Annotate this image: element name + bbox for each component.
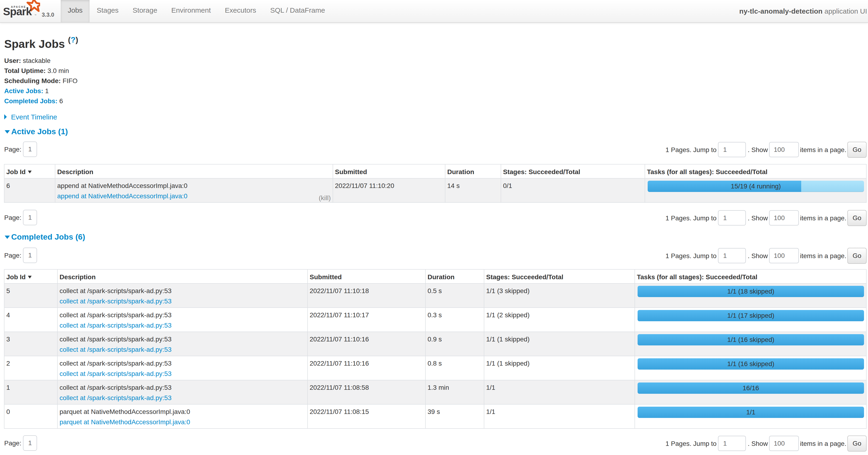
svg-text:Spark: Spark <box>3 5 32 18</box>
svg-text:™: ™ <box>34 14 36 16</box>
